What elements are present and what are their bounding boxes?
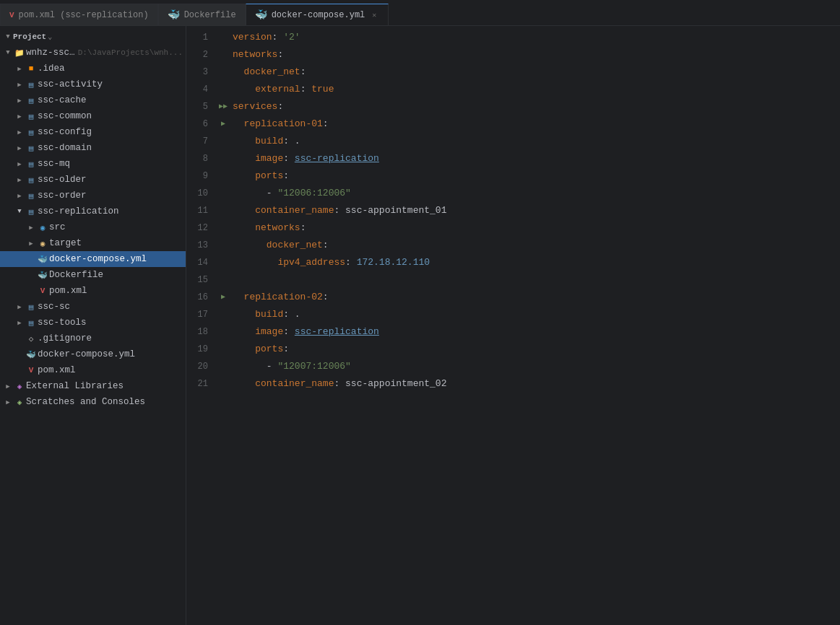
sidebar-item-external-libs[interactable]: ▶ ◈ External Libraries <box>0 378 186 394</box>
sidebar-item-scratches[interactable]: ▶ ◈ Scratches and Consoles <box>0 394 186 410</box>
yaml-string: "12007:12006" <box>277 361 350 372</box>
ext-lib-icon: ◈ <box>13 382 26 391</box>
yaml-plain: : <box>272 32 284 43</box>
yaml-plain <box>233 326 255 337</box>
code-line: 17 build: . <box>186 306 840 323</box>
yaml-plain <box>233 344 255 354</box>
yaml-dash: - <box>267 361 278 372</box>
sidebar-item-docker-compose[interactable]: 🐳 docker-compose.yml <box>0 251 186 267</box>
line-number: 11 <box>186 202 217 219</box>
order-label: ssc-order <box>38 191 87 201</box>
compose-file-icon: 🐳 <box>36 255 49 264</box>
yaml-plain <box>233 378 255 389</box>
sidebar-item-target[interactable]: ▶ ◉ target <box>0 235 186 251</box>
line-number: 16 <box>186 289 217 306</box>
sidebar-item-root-compose[interactable]: 🐳 docker-compose.yml <box>0 346 186 362</box>
sidebar-item-ssc-mq[interactable]: ▶ ▤ ssc-mq <box>0 156 186 172</box>
yaml-key: build <box>255 309 283 320</box>
target-icon: ◉ <box>36 239 49 248</box>
code-content: docker_net: <box>230 64 840 81</box>
tab-bar: V pom.xml (ssc-replication) 🐳 Dockerfile… <box>0 0 840 26</box>
sidebar-item-ssc-sc[interactable]: ▶ ▤ ssc-sc <box>0 299 186 315</box>
yaml-plain <box>233 66 244 77</box>
scratches-chevron: ▶ <box>3 398 13 406</box>
code-area: 1version: '2'2networks:3 docker_net:4 ex… <box>186 26 840 395</box>
older-label: ssc-older <box>38 175 87 185</box>
sidebar-item-ssc-common[interactable]: ▶ ▤ ssc-common <box>0 108 186 124</box>
src-label: src <box>49 222 66 232</box>
tab-dockerfile[interactable]: 🐳 Dockerfile <box>158 4 246 25</box>
sidebar-item-src[interactable]: ▶ ◉ src <box>0 219 186 235</box>
code-line: 19 ports: <box>186 341 840 358</box>
code-line: 6▶ replication-01: <box>186 115 840 133</box>
cache-label: ssc-cache <box>38 95 87 105</box>
sidebar-item-ssc-activity[interactable]: ▶ ▤ ssc-activity <box>0 77 186 92</box>
yaml-bool: true <box>311 84 334 95</box>
sidebar-item-ssc-replication[interactable]: ▼ ▤ ssc-replication <box>0 204 186 219</box>
yaml-plain: : <box>323 118 329 129</box>
line-number: 20 <box>186 358 217 375</box>
yaml-ref: ssc-replication <box>295 326 379 337</box>
tab-pom-label: pom.xml (ssc-replication) <box>19 10 149 20</box>
sidebar-item-ssc-config[interactable]: ▶ ▤ ssc-config <box>0 124 186 140</box>
code-content: - "12006:12006" <box>230 185 840 202</box>
sidebar-item-ssc-cache[interactable]: ▶ ▤ ssc-cache <box>0 92 186 108</box>
src-chevron: ▶ <box>26 224 36 232</box>
yaml-key: version <box>233 32 272 43</box>
yaml-key: ports <box>255 344 283 354</box>
tab-compose[interactable]: 🐳 docker-compose.yml ✕ <box>246 4 389 25</box>
sidebar-item-root-pom[interactable]: V pom.xml <box>0 362 186 378</box>
yaml-key: replication-02 <box>244 292 323 302</box>
sidebar-project-header[interactable]: ▼ Project ⌄ <box>0 29 186 45</box>
code-content: replication-01: <box>230 115 840 133</box>
sidebar-item-ssc-order[interactable]: ▶ ▤ ssc-order <box>0 188 186 204</box>
code-line: 16▶ replication-02: <box>186 289 840 306</box>
code-content: services: <box>230 98 840 115</box>
fold-arrow[interactable]: ▶ <box>217 115 230 133</box>
common-label: ssc-common <box>38 111 92 121</box>
yaml-plain <box>233 240 267 250</box>
yaml-plain: : <box>283 153 295 164</box>
pom-icon: V <box>9 11 14 19</box>
code-line: 13 docker_net: <box>186 237 840 254</box>
sidebar-item-gitignore[interactable]: ◇ .gitignore <box>0 331 186 346</box>
code-content: container_name: ssc-appointment_02 <box>230 375 840 393</box>
tab-pom[interactable]: V pom.xml (ssc-replication) <box>0 4 158 25</box>
code-line: 4 external: true <box>186 81 840 98</box>
root-pom-icon: V <box>25 366 38 375</box>
gitignore-label: .gitignore <box>38 333 92 344</box>
compose-icon: 🐳 <box>255 9 267 21</box>
cache-chevron: ▶ <box>14 97 25 105</box>
yaml-key: external <box>255 84 300 95</box>
code-line: 2networks: <box>186 46 840 64</box>
sidebar-item-dockerfile[interactable]: 🐳 Dockerfile <box>0 267 186 283</box>
replication-chevron: ▼ <box>14 208 25 215</box>
line-number: 7 <box>186 133 217 150</box>
sidebar-item-ssc-tools[interactable]: ▶ ▤ ssc-tools <box>0 315 186 331</box>
yaml-plain: ssc-appointment_02 <box>345 378 446 389</box>
sidebar-item-pom-rep[interactable]: V pom.xml <box>0 283 186 299</box>
fold-arrow[interactable]: ▶ <box>217 289 230 306</box>
yaml-string: "12006:12006" <box>277 188 350 198</box>
yaml-plain <box>233 84 255 95</box>
cache-icon: ▤ <box>25 96 38 105</box>
sidebar-item-ssc-domain[interactable]: ▶ ▤ ssc-domain <box>0 140 186 156</box>
tree-root[interactable]: ▼ 📁 wnhz-ssc-2 D:\JavaProjects\wnh... <box>0 45 186 61</box>
sidebar-item-ssc-older[interactable]: ▶ ▤ ssc-older <box>0 172 186 188</box>
yaml-plain: ssc-appointment_01 <box>345 205 446 216</box>
dockerfile-file-icon: 🐳 <box>36 271 49 280</box>
code-line: 18 image: ssc-replication <box>186 323 840 341</box>
idea-label: .idea <box>38 64 65 74</box>
src-icon: ◉ <box>36 223 49 232</box>
project-label: Project <box>13 32 46 41</box>
fold-arrow[interactable]: ▶▶ <box>217 98 230 115</box>
yaml-plain: : . <box>283 136 300 147</box>
sidebar-item-idea[interactable]: ▶ ■ .idea <box>0 61 186 77</box>
yaml-number: 172.18.12.110 <box>357 257 430 268</box>
yaml-plain <box>233 361 267 372</box>
tab-compose-close[interactable]: ✕ <box>369 10 379 20</box>
line-number: 18 <box>186 323 217 341</box>
yaml-dash: - <box>267 188 278 198</box>
editor-area[interactable]: 1version: '2'2networks:3 docker_net:4 ex… <box>186 26 840 625</box>
project-dropdown[interactable]: ⌄ <box>48 32 52 41</box>
